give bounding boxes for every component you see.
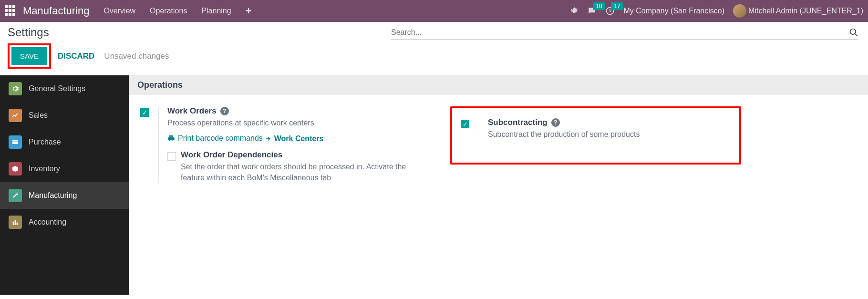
link-work-centers[interactable]: Work Centers [265,134,324,143]
menu-operations[interactable]: Operations [150,7,187,15]
help-icon[interactable]: ? [220,107,229,115]
search-icon[interactable] [849,28,858,37]
help-icon[interactable]: ? [551,118,560,127]
link-print-barcode[interactable]: Print barcode commands [167,134,263,143]
sidebar-item-label: Sales [29,111,48,120]
checkbox-work-orders[interactable]: ✓ [140,108,149,117]
sidebar-item-label: Manufacturing [29,191,77,200]
sidebar-item-accounting[interactable]: Accounting [0,209,129,236]
sidebar-item-manufacturing[interactable]: Manufacturing [0,182,129,209]
save-highlight: SAVE [8,43,51,69]
gear-icon [9,82,22,95]
setting-subcontracting-wrap: ✓ Subcontracting ? Subcontract the produ… [450,106,741,183]
wrench-icon [9,189,22,202]
setting-title: Work Orders [167,106,217,116]
setting-desc: Subcontract the production of some produ… [488,129,731,140]
top-menu: Overview Operations Planning + [103,5,251,17]
actions-row: SAVE DISCARD Unsaved changes [0,40,868,75]
content: Operations ✓ Work Orders ? Process opera… [129,75,868,295]
main: General Settings Sales Purchase Inventor… [0,75,868,295]
checkbox-dependencies[interactable] [167,152,176,161]
company-selector[interactable]: My Company (San Francisco) [623,7,724,15]
sidebar-item-inventory[interactable]: Inventory [0,155,129,182]
checkbox-subcontracting[interactable]: ✓ [461,120,469,128]
dep-desc: Set the order that work orders should be… [181,162,431,183]
messages-badge: 10 [593,2,605,10]
sidebar-item-label: Inventory [29,165,60,173]
search-input[interactable] [391,28,849,37]
svg-rect-5 [15,220,16,225]
setting-work-orders: ✓ Work Orders ? Process operations at sp… [140,106,431,183]
settings-sidebar: General Settings Sales Purchase Inventor… [0,75,129,295]
messages-icon[interactable]: 10 [587,6,597,16]
activities-badge: 17 [611,2,623,10]
dep-title: Work Order Dependencies [181,150,431,160]
bug-icon[interactable] [570,7,579,15]
section-title: Operations [129,75,868,95]
user-name: Mitchell Admin (JUNE_ENTER_1) [748,7,863,15]
sidebar-item-label: General Settings [29,84,85,93]
card-icon [9,135,22,149]
activities-icon[interactable]: 17 [605,6,615,16]
bars-icon [9,216,22,229]
sidebar-item-label: Accounting [29,218,66,227]
arrow-right-icon [265,135,271,142]
user-menu[interactable]: Mitchell Admin (JUNE_ENTER_1) [733,4,863,18]
discard-button[interactable]: DISCARD [58,52,94,61]
apps-icon[interactable] [5,5,16,17]
save-button[interactable]: SAVE [11,47,47,65]
sub-setting-dependencies: Work Order Dependencies Set the order th… [167,150,431,183]
menu-planning[interactable]: Planning [201,7,231,15]
topbar-right: 10 17 My Company (San Francisco) Mitchel… [570,4,863,18]
new-icon[interactable]: + [246,5,252,17]
sidebar-item-sales[interactable]: Sales [0,102,129,129]
header-row: Settings [0,22,868,40]
search-wrap [391,26,858,40]
setting-title: Subcontracting [488,118,548,127]
svg-rect-3 [12,142,18,142]
avatar [733,4,746,18]
sidebar-item-purchase[interactable]: Purchase [0,129,129,155]
menu-overview[interactable]: Overview [103,7,135,15]
svg-point-1 [850,29,856,35]
subcontracting-highlight: ✓ Subcontracting ? Subcontract the produ… [450,106,741,165]
app-brand[interactable]: Manufacturing [23,5,89,17]
settings-body: ✓ Work Orders ? Process operations at sp… [129,95,868,195]
sidebar-item-label: Purchase [29,138,61,146]
box-icon [9,162,22,175]
page-title: Settings [8,26,49,39]
status-text: Unsaved changes [104,52,169,61]
svg-rect-4 [13,222,14,225]
top-navbar: Manufacturing Overview Operations Planni… [0,0,868,22]
sidebar-item-general-settings[interactable]: General Settings [0,75,129,102]
print-icon [167,134,175,142]
setting-desc: Process operations at specific work cent… [167,118,431,128]
chart-icon [9,109,22,122]
svg-rect-6 [17,223,18,225]
